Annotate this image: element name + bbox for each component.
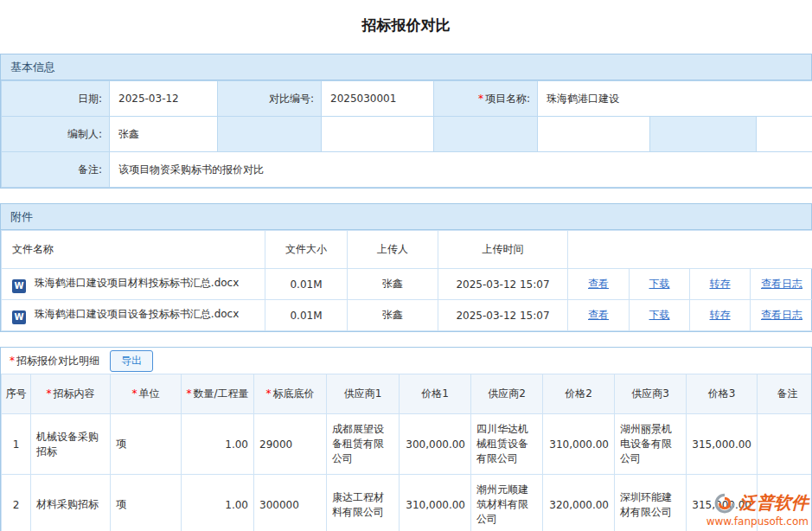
attachment-file-size: 0.01M	[265, 300, 348, 331]
basic-info-header: 基本信息	[1, 54, 811, 80]
detail-column-header: *标底底价	[254, 374, 327, 414]
view-link[interactable]: 查看	[588, 278, 609, 290]
transfer-link[interactable]: 转存	[710, 278, 731, 290]
attachment-upload-time: 2025-03-12 15:07	[438, 269, 568, 300]
view-log-link[interactable]: 查看日志	[761, 278, 802, 290]
detail-column-header: 价格2	[543, 374, 615, 414]
required-mark: *	[266, 387, 272, 400]
detail-table-wrap: 序号*招标内容*单位*数量/工程量*标底底价供应商1价格1供应商2价格2供应商3…	[1, 374, 811, 531]
date-value: 2025-03-12	[110, 81, 218, 117]
detail-column-header: 价格3	[687, 374, 758, 414]
detail-column-header: 序号	[2, 374, 31, 414]
attachment-table-body: W 珠海鹤港口建设项目材料投标标书汇总.docx 0.01M 张鑫 2025-0…	[2, 269, 812, 331]
attachment-uploader: 张鑫	[348, 300, 438, 331]
attachment-file-name: 珠海鹤港口建设项目材料投标标书汇总.docx	[35, 277, 239, 289]
empty-value-cell	[757, 117, 812, 152]
detail-cell: 机械设备采购招标	[31, 414, 111, 475]
detail-cell: 315,000.00	[687, 414, 758, 475]
watermark-url: www.fanpusoft.com	[707, 515, 809, 528]
attachment-header-row: 文件名称 文件大小 上传人 上传时间	[2, 231, 812, 269]
compare-no-label: 对比编号:	[218, 81, 322, 117]
attachment-row: W 珠海鹤港口建设项目材料投标标书汇总.docx 0.01M 张鑫 2025-0…	[2, 269, 812, 300]
detail-row: 1机械设备采购招标项1.0029000成都展望设备租赁有限公司300,000.0…	[2, 414, 812, 475]
required-mark: *	[10, 355, 15, 367]
detail-cell: 四川华达机械租赁设备有限公司	[471, 414, 543, 475]
watermark-brand: 泛普软件	[739, 491, 809, 515]
basic-info-table: 日期: 2025-03-12 对比编号: 2025030001 *项目名称: 珠…	[1, 80, 812, 188]
detail-cell: 1.00	[182, 475, 254, 531]
transfer-link[interactable]: 转存	[710, 309, 731, 321]
detail-section: * 招标报价对比明细 导出 序号*招标内容*单位*数量/工程量*标底底价供应商1…	[0, 347, 812, 531]
watermark: 泛普软件 www.fanpusoft.com	[707, 491, 809, 528]
detail-cell: 310,000.00	[400, 475, 471, 531]
col-upload-time: 上传时间	[438, 231, 568, 269]
attachment-file-size: 0.01M	[265, 269, 348, 300]
attachments-section: 附件 文件名称 文件大小 上传人 上传时间 W 珠海鹤港口建设项目材料投标标书汇…	[0, 203, 812, 332]
detail-row: 2材料采购招标项1.00300000康达工程材料有限公司310,000.00潮州…	[2, 475, 812, 531]
empty-label-cell	[218, 117, 322, 152]
basic-info-row-2: 编制人: 张鑫	[2, 117, 812, 152]
detail-header-row: 序号*招标内容*单位*数量/工程量*标底底价供应商1价格1供应商2价格2供应商3…	[2, 374, 812, 414]
detail-column-header: 供应商3	[615, 374, 687, 414]
page-title: 招标报价对比	[0, 0, 812, 54]
detail-cell: 潮州元顺建筑材料有限公司	[471, 475, 543, 531]
detail-cell: 材料采购招标	[31, 475, 111, 531]
detail-column-header: 价格1	[400, 374, 471, 414]
detail-cell: 湖州丽景机电设备有限公司	[615, 414, 687, 475]
detail-cell: 康达工程材料有限公司	[327, 475, 400, 531]
detail-column-header: *招标内容	[31, 374, 111, 414]
attachments-table: 文件名称 文件大小 上传人 上传时间 W 珠海鹤港口建设项目材料投标标书汇总.d…	[1, 230, 812, 331]
download-link[interactable]: 下载	[649, 309, 670, 321]
view-log-link[interactable]: 查看日志	[761, 309, 802, 321]
detail-cell: 310,000.00	[543, 414, 615, 475]
col-file-name: 文件名称	[2, 231, 265, 269]
empty-value-cell	[538, 117, 650, 152]
empty-label-cell	[650, 117, 757, 152]
remark-label: 备注:	[2, 152, 110, 188]
detail-cell: 1.00	[182, 414, 254, 475]
basic-info-row-1: 日期: 2025-03-12 对比编号: 2025030001 *项目名称: 珠…	[2, 81, 812, 117]
required-mark: *	[132, 387, 137, 400]
required-mark: *	[186, 387, 191, 400]
word-doc-icon: W	[12, 310, 26, 324]
detail-cell	[758, 414, 812, 475]
word-doc-icon: W	[12, 279, 26, 293]
detail-column-header: 供应商1	[327, 374, 400, 414]
export-button[interactable]: 导出	[110, 350, 153, 372]
detail-column-header: 备注	[758, 374, 812, 414]
page: 招标报价对比 基本信息 日期: 2025-03-12 对比编号: 2025030…	[0, 0, 812, 531]
fanpu-logo-icon	[713, 492, 736, 515]
required-mark: *	[478, 93, 483, 105]
col-actions	[568, 231, 812, 269]
detail-cell: 2	[2, 475, 31, 531]
project-name-label: *项目名称:	[434, 81, 538, 117]
detail-cell: 深圳环能建材有限公司	[615, 475, 687, 531]
basic-info-row-3: 备注: 该项目物资采购标书的报价对比	[2, 152, 812, 188]
detail-cell: 300000	[254, 475, 327, 531]
attachment-name-cell: W 珠海鹤港口建设项目材料投标标书汇总.docx	[2, 269, 265, 300]
col-file-size: 文件大小	[265, 231, 348, 269]
detail-cell: 320,000.00	[543, 475, 615, 531]
project-name-value: 珠海鹤港口建设	[538, 81, 812, 117]
attachment-name-cell: W 珠海鹤港口建设项目设备投标标书汇总.docx	[2, 300, 265, 331]
date-label: 日期:	[2, 81, 110, 117]
compare-no-value: 2025030001	[322, 81, 434, 117]
basic-info-section: 基本信息 日期: 2025-03-12 对比编号: 2025030001 *项目…	[0, 54, 812, 189]
detail-column-header: 供应商2	[471, 374, 543, 414]
col-uploader: 上传人	[348, 231, 438, 269]
detail-cell: 项	[111, 475, 182, 531]
empty-value-cell	[322, 117, 434, 152]
remark-value: 该项目物资采购标书的报价对比	[110, 152, 812, 188]
detail-cell: 300,000.00	[400, 414, 471, 475]
attachment-row: W 珠海鹤港口建设项目设备投标标书汇总.docx 0.01M 张鑫 2025-0…	[2, 300, 812, 331]
detail-table-body: 1机械设备采购招标项1.0029000成都展望设备租赁有限公司300,000.0…	[2, 414, 812, 531]
attachment-upload-time: 2025-03-12 15:07	[438, 300, 568, 331]
detail-cell: 29000	[254, 414, 327, 475]
download-link[interactable]: 下载	[649, 278, 670, 290]
creator-label: 编制人:	[2, 117, 110, 152]
detail-table: 序号*招标内容*单位*数量/工程量*标底底价供应商1价格1供应商2价格2供应商3…	[1, 374, 811, 531]
view-link[interactable]: 查看	[588, 309, 609, 321]
detail-cell: 项	[111, 414, 182, 475]
detail-title-row: * 招标报价对比明细 导出	[1, 348, 811, 374]
detail-section-title: 招标报价对比明细	[16, 354, 99, 368]
